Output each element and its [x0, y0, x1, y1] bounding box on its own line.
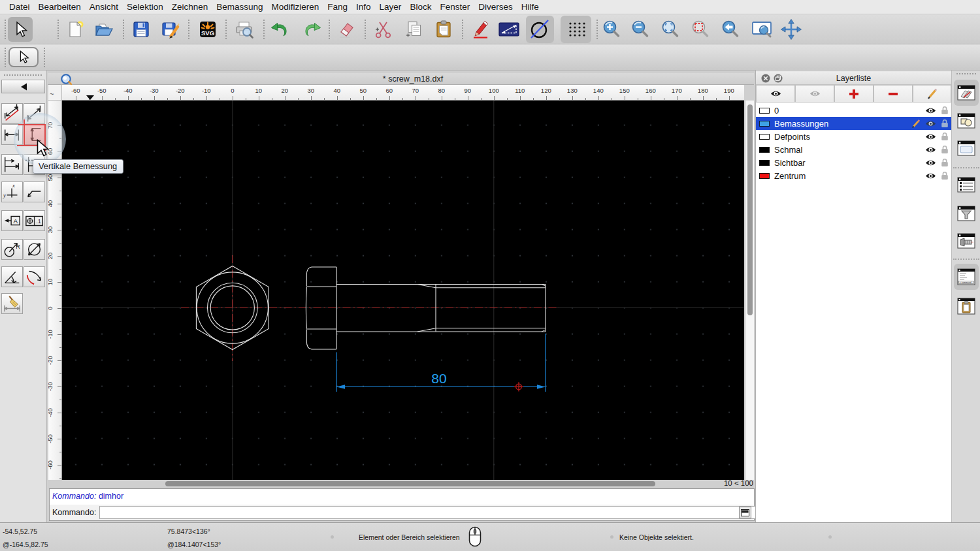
menu-item-bearbeiten[interactable]: Bearbeiten: [39, 2, 81, 12]
menu-item-fang[interactable]: Fang: [327, 2, 348, 12]
dock-drag-handle[interactable]: [956, 73, 976, 74]
tooltip: Vertikale Bemessung: [33, 159, 123, 174]
menu-item-info[interactable]: Info: [356, 2, 371, 12]
redo-button[interactable]: [301, 18, 324, 41]
palette-drag-handle[interactable]: [4, 74, 42, 76]
grid-toggle-button[interactable]: [566, 18, 589, 41]
layer-row-schmal[interactable]: Schmal: [756, 143, 951, 156]
edit-layer-button[interactable]: [913, 85, 951, 102]
zoom-pan-button[interactable]: [779, 18, 803, 41]
menu-item-datei[interactable]: Datei: [9, 2, 30, 12]
layer-lock-icon[interactable]: [941, 171, 949, 180]
layer-visibility-eye-icon[interactable]: [925, 146, 936, 153]
radial-dimension-button[interactable]: R: [1, 239, 23, 260]
menu-item-hilfe[interactable]: Hilfe: [521, 2, 539, 12]
layer-visibility-eye-icon[interactable]: [925, 172, 936, 180]
save-as-button[interactable]: [159, 18, 182, 41]
center-mark-button[interactable]: .1: [24, 210, 45, 231]
snap-filter-dock-button[interactable]: [955, 202, 977, 225]
command-dock-button[interactable]: [739, 507, 751, 518]
menu-item-fenster[interactable]: Fenster: [440, 2, 470, 12]
zoom-auto-button[interactable]: [659, 18, 682, 41]
layer-visibility-eye-icon[interactable]: [925, 120, 936, 127]
pen-attributes-button[interactable]: [468, 18, 491, 41]
vertical-scrollbar-thumb[interactable]: [747, 104, 753, 315]
layer-color-swatch[interactable]: [759, 147, 770, 153]
cut-button[interactable]: [371, 18, 395, 41]
print-preview-button[interactable]: [233, 18, 256, 41]
text-arrow-button[interactable]: A: [1, 210, 23, 231]
layer-color-swatch[interactable]: [759, 173, 770, 179]
layer-color-swatch[interactable]: [759, 160, 770, 166]
regenerate-dimensions-button[interactable]: [1, 293, 23, 314]
layer-list-dock-button[interactable]: [954, 80, 979, 106]
horizontal-scrollbar-thumb[interactable]: [165, 481, 655, 486]
delete-button[interactable]: [335, 18, 359, 41]
zoom-in-button[interactable]: [600, 18, 623, 41]
layer-visibility-eye-icon[interactable]: [925, 159, 936, 166]
model-view-dock-button[interactable]: [955, 230, 977, 252]
layer-row-0[interactable]: 0: [756, 104, 951, 117]
undo-button[interactable]: [268, 18, 291, 41]
command-console-dock-button[interactable]: c command: [954, 264, 979, 290]
baseline-dimension-button[interactable]: [1, 154, 23, 175]
layer-lock-icon[interactable]: [941, 119, 949, 128]
menu-item-zeichnen[interactable]: Zeichnen: [172, 2, 208, 12]
selection-tool-option-button[interactable]: [8, 47, 39, 67]
zoom-previous-button[interactable]: [719, 18, 742, 41]
copy-button[interactable]: [402, 18, 426, 41]
selection-tool-button[interactable]: [8, 17, 33, 42]
aligned-dimension-button[interactable]: [1, 103, 23, 124]
layer-visibility-eye-icon[interactable]: [925, 107, 936, 114]
remove-layer-button[interactable]: [874, 85, 913, 102]
menu-item-diverses[interactable]: Diverses: [478, 2, 513, 12]
svg-export-button[interactable]: SVG: [196, 18, 220, 41]
drawing-canvas[interactable]: 80: [62, 101, 744, 480]
diametric-dimension-button[interactable]: [24, 239, 45, 260]
layer-row-zentrum[interactable]: Zentrum: [756, 169, 951, 182]
radial-dimension-icon: R: [2, 240, 22, 259]
menu-item-ansicht[interactable]: Ansicht: [90, 2, 118, 12]
palette-back-button[interactable]: [1, 80, 45, 93]
layer-lock-icon[interactable]: [941, 158, 949, 167]
block-list-dock-button[interactable]: [955, 110, 977, 132]
arc-dimension-button[interactable]: [24, 266, 45, 287]
layer-color-swatch[interactable]: [759, 121, 770, 127]
zoom-window-button[interactable]: [750, 18, 776, 41]
layer-lock-icon[interactable]: [941, 132, 949, 141]
new-file-button[interactable]: [63, 18, 87, 41]
layer-row-sichtbar[interactable]: Sichtbar: [756, 156, 951, 169]
clipboard-dock-button[interactable]: [955, 295, 977, 317]
layer-row-bemassungen[interactable]: Bemassungen: [756, 117, 951, 130]
ordinate-dimension-button[interactable]: x y: [1, 181, 23, 202]
angular-dimension-button[interactable]: [1, 266, 23, 287]
menu-item-modifizieren[interactable]: Modifizieren: [272, 2, 319, 12]
layer-color-swatch[interactable]: [759, 108, 770, 114]
document-titlebar[interactable]: * screw_m18.dxf: [48, 73, 754, 85]
open-file-button[interactable]: [93, 18, 116, 41]
measure-distance-button[interactable]: [497, 18, 521, 41]
menu-item-layer[interactable]: Layer: [380, 2, 402, 12]
menu-item-block[interactable]: Block: [410, 2, 431, 12]
hide-all-layers-button[interactable]: [795, 85, 834, 102]
paste-button[interactable]: [432, 18, 455, 41]
layer-color-swatch[interactable]: [759, 134, 770, 140]
zoom-selected-button[interactable]: [689, 18, 712, 41]
draft-mode-button[interactable]: [528, 18, 551, 41]
h-ruler-label: 20: [275, 87, 295, 94]
show-all-layers-button[interactable]: [756, 85, 795, 102]
leader-button[interactable]: [24, 181, 45, 202]
zoom-out-button[interactable]: [629, 18, 652, 41]
command-input[interactable]: [99, 506, 784, 519]
menu-item-selektion[interactable]: Selektion: [127, 2, 163, 12]
layer-row-defpoints[interactable]: Defpoints: [756, 130, 951, 143]
entity-list-dock-button[interactable]: [955, 174, 977, 196]
layer-visibility-eye-icon[interactable]: [925, 133, 936, 140]
library-browser-dock-button[interactable]: [955, 137, 977, 159]
save-button[interactable]: [129, 18, 153, 41]
add-layer-button[interactable]: [834, 85, 874, 102]
vertical-scrollbar[interactable]: [745, 101, 754, 480]
layer-lock-icon[interactable]: [941, 145, 949, 154]
menu-item-bemassung[interactable]: Bemassung: [216, 2, 263, 12]
layer-lock-icon[interactable]: [941, 106, 949, 115]
